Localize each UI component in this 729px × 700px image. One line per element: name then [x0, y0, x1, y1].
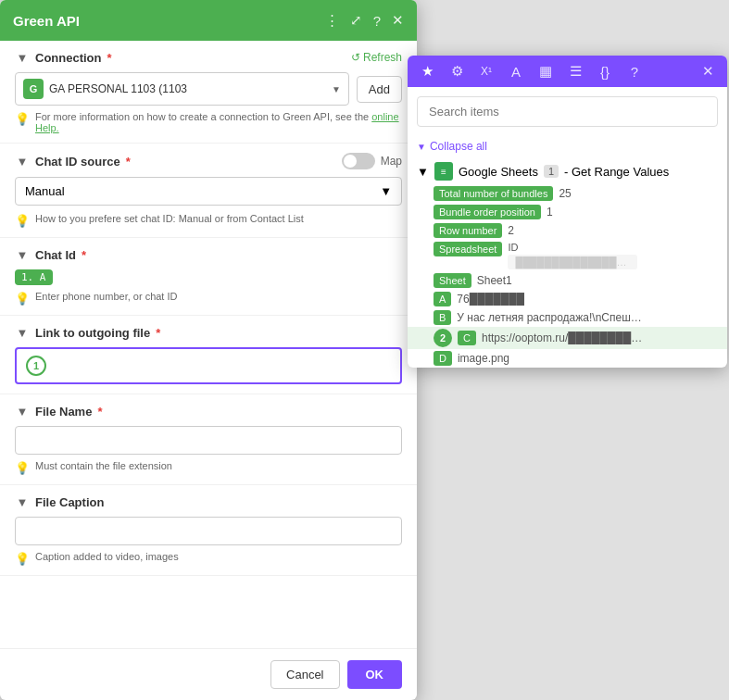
info-icon-4: 💡	[15, 461, 30, 475]
help-panel-icon[interactable]: ?	[624, 64, 645, 80]
modal-body: ▼ Connection * ↺ Refresh G GA PERSONAL 1…	[0, 41, 417, 648]
ok-button[interactable]: OK	[347, 660, 403, 689]
refresh-button[interactable]: ↺ Refresh	[351, 51, 402, 64]
chat-id-source-section: ▼ Chat ID source * Map Manual ▼ 💡 How to…	[0, 144, 417, 238]
chat-id-source-info: 💡 How to you prefere set chat ID: Manual…	[15, 213, 402, 228]
help-icon[interactable]: ?	[373, 13, 381, 29]
data-row-total[interactable]: Total number of bundles 25	[408, 184, 727, 203]
connection-required: *	[107, 51, 112, 65]
val-b: У нас летняя распродажа!\nСпешите купить…	[457, 311, 642, 324]
letter-b-badge: B	[434, 310, 451, 325]
val-spreadsheet-id: ████████████████████████	[508, 255, 637, 269]
data-row-row-number[interactable]: Row number 2	[408, 221, 727, 240]
data-row-a[interactable]: A 76███████	[408, 290, 727, 308]
info-icon: 💡	[15, 112, 30, 126]
chat-id-label: ▼ Chat Id *	[15, 247, 86, 262]
link-required: *	[156, 326, 160, 340]
section-toggle-link[interactable]: ▼	[15, 325, 30, 340]
chat-id-info-text: Enter phone number, or chat ID	[35, 291, 177, 302]
chat-id-source-label-text: Chat ID source	[35, 155, 120, 169]
key-bundle-order: Bundle order position	[434, 205, 541, 219]
file-caption-label: ▼ File Caption	[15, 494, 104, 509]
data-row-b[interactable]: B У нас летняя распродажа!\nСпешите купи…	[408, 308, 727, 327]
chat-id-label-text: Chat Id	[35, 248, 76, 262]
chat-id-source-dropdown[interactable]: Manual ▼	[15, 177, 402, 206]
dropdown-arrow-icon: ▼	[332, 84, 341, 94]
section-toggle-chat-source[interactable]: ▼	[15, 154, 30, 169]
file-name-info-text: Must contain the file extension	[35, 460, 172, 471]
file-name-label-text: File Name	[35, 405, 92, 419]
connection-header: ▼ Connection * ↺ Refresh	[15, 50, 402, 65]
google-sheets-icon: ≡	[434, 162, 453, 181]
connection-icon: G	[23, 79, 44, 99]
superscript-icon[interactable]: X¹	[476, 65, 496, 78]
letter-a-badge: A	[434, 292, 451, 306]
file-name-info: 💡 Must contain the file extension	[15, 460, 402, 475]
file-caption-input[interactable]	[15, 517, 402, 545]
settings-icon[interactable]: ⚙	[446, 63, 467, 80]
map-label: Map	[381, 155, 402, 168]
dropdown-chevron-icon: ▼	[380, 184, 392, 198]
chat-id-chip: 1. A	[15, 269, 53, 285]
file-caption-header: ▼ File Caption	[15, 494, 402, 509]
panel-close-icon[interactable]: ✕	[698, 63, 718, 80]
text-icon[interactable]: A	[506, 64, 526, 80]
data-row-sheet[interactable]: Sheet Sheet1	[408, 271, 727, 290]
connection-row: G GA PERSONAL 1103 (1103 ▼ Add	[15, 72, 402, 106]
data-row-c[interactable]: 2 C https://ooptom.ru/███████████████	[408, 327, 727, 349]
data-row-bundle-order[interactable]: Bundle order position 1	[408, 203, 727, 221]
tree-expand-icon[interactable]: ▼	[417, 165, 429, 179]
add-connection-button[interactable]: Add	[357, 76, 402, 103]
info-icon-5: 💡	[15, 552, 30, 566]
grid-icon[interactable]: ▦	[535, 63, 556, 80]
section-toggle-connection[interactable]: ▼	[15, 50, 30, 65]
panel-toolbar: ★ ⚙ X¹ A ▦ ☰ {} ? ✕	[408, 56, 727, 87]
map-toggle[interactable]	[342, 153, 375, 169]
spreadsheet-label-id: ID	[508, 242, 518, 253]
collapse-all-row[interactable]: ▼ Collapse all	[408, 136, 727, 158]
close-icon[interactable]: ✕	[392, 12, 404, 29]
data-row-d[interactable]: D image.png	[408, 349, 727, 368]
right-panel: ★ ⚙ X¹ A ▦ ☰ {} ? ✕ ▼ Collapse all ▼ ≡ G…	[408, 56, 727, 368]
connection-info: 💡 For more information on how to create …	[15, 111, 402, 133]
table-icon[interactable]: ☰	[565, 63, 585, 80]
chat-id-required: *	[82, 248, 86, 262]
file-caption-section: ▼ File Caption 💡 Caption added to video,…	[0, 485, 417, 576]
connection-value: GA PERSONAL 1103 (1103	[49, 82, 332, 95]
cancel-button[interactable]: Cancel	[270, 660, 339, 689]
expand-icon[interactable]: ⤢	[350, 12, 362, 29]
data-row-spreadsheet[interactable]: Spreadsheet ID ████████████████████████	[408, 240, 727, 271]
file-caption-label-text: File Caption	[35, 495, 104, 509]
connection-label-text: Connection	[35, 51, 102, 65]
link-header: ▼ Link to outgoing file *	[15, 325, 402, 340]
section-toggle-caption[interactable]: ▼	[15, 494, 30, 509]
collapse-all-label: Collapse all	[430, 140, 487, 153]
more-icon[interactable]: ⋮	[325, 12, 339, 29]
tree-root: ▼ ≡ Google Sheets 1 - Get Range Values	[408, 158, 727, 184]
section-toggle-filename[interactable]: ▼	[15, 404, 30, 419]
link-section: ▼ Link to outgoing file * 1	[0, 316, 417, 394]
connection-dropdown[interactable]: G GA PERSONAL 1103 (1103 ▼	[15, 72, 349, 106]
connection-info-text: For more information on how to create a …	[35, 111, 402, 133]
star-icon[interactable]: ★	[417, 63, 437, 80]
modal-title: Green API	[13, 13, 80, 29]
link-label: ▼ Link to outgoing file *	[15, 325, 160, 340]
spreadsheet-id-row: ID	[508, 242, 637, 253]
chat-id-chip-row: 1. A	[15, 269, 402, 285]
search-input[interactable]	[417, 96, 718, 127]
val-bundle-order: 1	[547, 206, 553, 219]
code-icon[interactable]: {}	[595, 64, 615, 80]
chat-id-info: 💡 Enter phone number, or chat ID	[15, 291, 402, 306]
link-input-wrapper: 1	[15, 347, 402, 384]
file-name-section: ▼ File Name * 💡 Must contain the file ex…	[0, 394, 417, 485]
modal-header: Green API ⋮ ⤢ ? ✕	[0, 0, 417, 41]
file-caption-info-text: Caption added to video, images	[35, 551, 179, 562]
row-c-badge: 2	[434, 329, 452, 347]
collapse-arrow-icon: ▼	[417, 142, 426, 152]
chat-id-source-info-text: How to you prefere set chat ID: Manual o…	[35, 213, 304, 224]
section-toggle-chat-id[interactable]: ▼	[15, 247, 30, 262]
chat-id-header: ▼ Chat Id *	[15, 247, 402, 262]
file-name-input[interactable]	[15, 426, 402, 455]
file-name-label: ▼ File Name *	[15, 404, 102, 419]
main-modal: Green API ⋮ ⤢ ? ✕ ▼ Connection * ↺ Refre…	[0, 0, 417, 700]
